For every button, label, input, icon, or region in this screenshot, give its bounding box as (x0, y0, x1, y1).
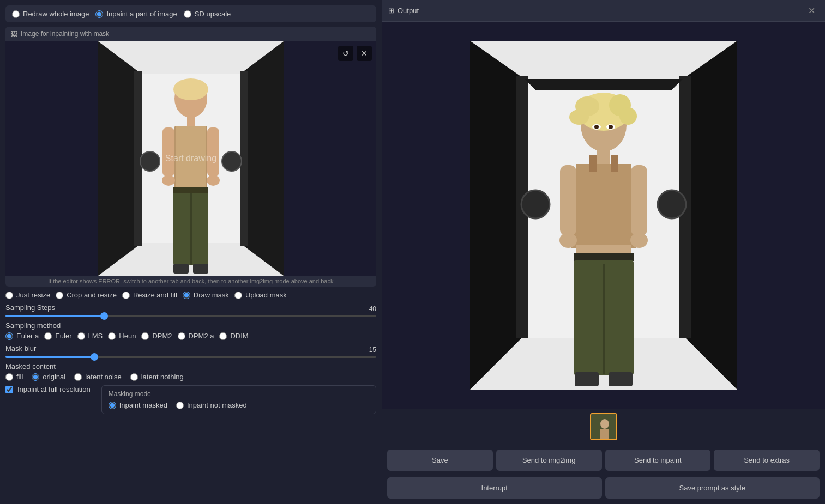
svg-point-42 (559, 233, 577, 248)
svg-point-30 (658, 190, 686, 218)
interrupt-button[interactable]: Interrupt (387, 477, 602, 499)
sampling-steps-label: Sampling Steps (5, 303, 55, 312)
mode-inpaint-label: Inpaint a part of image (106, 10, 177, 18)
image-canvas[interactable]: Start drawing ↺ ✕ (5, 41, 376, 276)
svg-rect-19 (193, 264, 208, 274)
sampling-method-label: Sampling method (5, 321, 376, 330)
content-original[interactable]: original (32, 373, 65, 381)
method-ddim[interactable]: DDIM (219, 332, 248, 340)
svg-rect-11 (162, 127, 174, 177)
svg-rect-45 (574, 253, 634, 261)
method-heun[interactable]: Heun (108, 332, 136, 340)
mode-sd-label: SD upscale (195, 10, 231, 18)
svg-rect-10 (176, 126, 206, 189)
image-icon: 🖼 (11, 30, 17, 38)
svg-rect-38 (589, 155, 597, 172)
svg-rect-18 (173, 264, 189, 274)
svg-rect-16 (173, 187, 208, 193)
mode-sd-upscale[interactable]: SD upscale (184, 10, 231, 18)
mask-blur-value: 15 (369, 346, 376, 354)
sampling-method-section: Sampling method Euler a Euler LMS Heun D… (5, 321, 376, 340)
method-euler[interactable]: Euler (44, 332, 71, 340)
image-label-text: Image for inpainting with mask (21, 30, 109, 38)
method-dpm2a[interactable]: DPM2 a (178, 332, 214, 340)
masked-content-row: fill original latent noise latent nothin… (5, 373, 376, 381)
svg-rect-12 (207, 127, 219, 177)
thumbnail-item[interactable] (590, 413, 617, 440)
mask-blur-section: Mask blur 15 (5, 344, 376, 358)
resize-and-fill[interactable]: Resize and fill (122, 291, 177, 299)
method-dpm2[interactable]: DPM2 (141, 332, 172, 340)
content-latent-nothing[interactable]: latent nothing (130, 373, 184, 381)
content-latent-noise[interactable]: latent noise (74, 373, 122, 381)
masked-content-section: Masked content fill original latent nois… (5, 362, 376, 381)
image-label: 🖼 Image for inpainting with mask (5, 27, 376, 41)
sampling-steps-slider[interactable] (5, 315, 376, 317)
send-to-img2img-button[interactable]: Send to img2img (496, 450, 602, 471)
full-resolution-row[interactable]: Inpaint at full resolution (5, 385, 91, 393)
masking-mode-box: Masking mode Inpaint masked Inpaint not … (101, 385, 376, 414)
mode-inpaint-part[interactable]: Inpaint a part of image (95, 10, 177, 18)
svg-rect-56 (600, 429, 609, 440)
output-image (470, 41, 737, 390)
svg-rect-57 (600, 439, 609, 440)
resize-crop-and-resize[interactable]: Crop and resize (56, 291, 117, 299)
mode-redraw-whole-image[interactable]: Redraw whole image (12, 10, 89, 18)
svg-rect-41 (631, 165, 647, 236)
save-prompt-as-style-button[interactable]: Save prompt as style (605, 477, 820, 499)
mask-blur-header: Mask blur 15 (5, 344, 376, 355)
masking-inpaint-not-masked[interactable]: Inpaint not masked (176, 401, 247, 409)
output-title-text: Output (398, 7, 419, 15)
svg-rect-49 (609, 372, 633, 386)
output-header: ⊞ Output ✕ (382, 0, 825, 22)
svg-point-20 (140, 151, 160, 171)
svg-point-52 (594, 125, 599, 129)
output-image-area (382, 22, 825, 409)
svg-rect-8 (187, 115, 195, 126)
mask-blur-label: Mask blur (5, 344, 36, 353)
masking-inpaint-masked[interactable]: Inpaint masked (109, 401, 167, 409)
mask-blur-slider[interactable] (5, 356, 376, 358)
output-title: ⊞ Output (388, 7, 419, 15)
send-to-inpaint-button[interactable]: Send to inpaint (605, 450, 711, 471)
svg-point-14 (207, 175, 220, 186)
method-euler-a[interactable]: Euler a (5, 332, 39, 340)
resize-draw-mask-label: Draw mask (194, 291, 229, 299)
mode-redraw-label: Redraw whole image (23, 10, 89, 18)
resize-options: Just resize Crop and resize Resize and f… (5, 291, 376, 299)
svg-rect-47 (603, 264, 605, 374)
svg-point-43 (630, 233, 648, 248)
send-to-extras-button[interactable]: Send to extras (714, 450, 820, 471)
thumbnail-image (591, 414, 617, 440)
resize-fill-label: Resize and fill (133, 291, 177, 299)
svg-point-36 (619, 107, 637, 125)
content-fill[interactable]: fill (5, 373, 23, 381)
refresh-canvas-button[interactable]: ↺ (338, 46, 353, 61)
svg-point-29 (521, 190, 550, 218)
masking-mode-title: Masking mode (109, 390, 369, 398)
output-icon: ⊞ (388, 7, 394, 15)
output-close-button[interactable]: ✕ (805, 4, 818, 17)
method-lms[interactable]: LMS (77, 332, 103, 340)
sampling-method-row: Euler a Euler LMS Heun DPM2 DPM2 a (5, 332, 376, 340)
save-button[interactable]: Save (387, 450, 493, 471)
resize-upload-mask-label: Upload mask (245, 291, 287, 299)
error-hint: if the editor shows ERROR, switch to ano… (5, 276, 376, 287)
mode-tabs: Redraw whole image Inpaint a part of ima… (5, 5, 376, 22)
svg-point-7 (173, 78, 208, 100)
sampling-steps-value: 40 (369, 305, 376, 313)
action-buttons-row1: Save Send to img2img Send to inpaint Sen… (382, 445, 825, 475)
svg-point-53 (609, 125, 613, 129)
svg-rect-17 (190, 193, 192, 265)
resize-just-resize[interactable]: Just resize (5, 291, 50, 299)
bottom-options: Inpaint at full resolution Masking mode … (5, 385, 376, 414)
resize-upload-mask[interactable]: Upload mask (234, 291, 287, 299)
inpaint-full-res-checkbox[interactable] (5, 386, 13, 393)
close-canvas-button[interactable]: ✕ (357, 46, 372, 61)
resize-draw-mask[interactable]: Draw mask (183, 291, 229, 299)
sampling-steps-header: Sampling Steps 40 (5, 303, 376, 314)
inpaint-full-res-label: Inpaint at full resolution (17, 385, 91, 393)
inpaint-full-res-section: Inpaint at full resolution (5, 385, 91, 393)
masked-content-label: Masked content (5, 362, 376, 371)
resize-crop-label: Crop and resize (67, 291, 117, 299)
